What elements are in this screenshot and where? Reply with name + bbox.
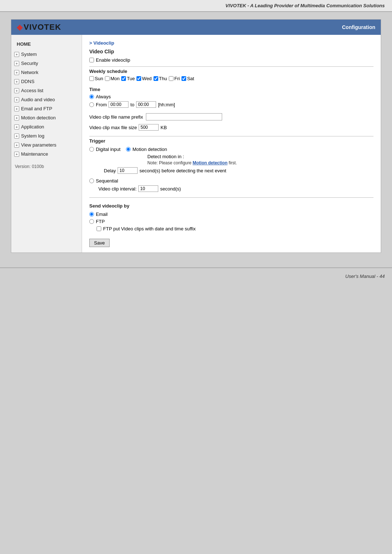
radio-motion-detection[interactable] xyxy=(126,147,131,152)
sidebar-item-audio-video[interactable]: + Audio and video xyxy=(11,95,82,104)
sequential-section: Sequential Video clip interval: second(s… xyxy=(89,178,373,192)
checkbox-wed[interactable] xyxy=(136,76,141,81)
sidebar-label-application: Application xyxy=(21,124,44,130)
label-mon: Mon xyxy=(110,76,119,81)
header-bar: ◆ VIVOTEK Configuration xyxy=(11,20,381,35)
version-text: Version: 0100b xyxy=(11,159,82,175)
sidebar-item-network[interactable]: + Network xyxy=(11,68,82,77)
checkbox-fri[interactable] xyxy=(169,76,173,81)
to-time-input[interactable] xyxy=(136,101,156,108)
sidebar-item-ddns[interactable]: + DDNS xyxy=(11,77,82,86)
ftp-date-suffix-checkbox[interactable] xyxy=(97,226,101,231)
expand-icon-motion-detection: + xyxy=(14,115,19,120)
send-email-row: Email xyxy=(89,212,373,217)
day-mon: Mon xyxy=(105,76,119,81)
sidebar-item-system-log[interactable]: + System log xyxy=(11,131,82,140)
sidebar-label-view-parameters: View parameters xyxy=(21,142,56,148)
detect-motion-block: Detect motion in : Note: Please configur… xyxy=(147,154,373,165)
day-sat: Sat xyxy=(181,76,194,81)
footer-bar: User's Manual - 44 xyxy=(0,267,392,284)
sidebar: HOME + System + Security + Network + DDN… xyxy=(11,35,82,253)
page-title: Video Clip xyxy=(89,49,373,54)
time-section: Time Always From to [hh:mm] xyxy=(89,87,373,108)
sidebar-label-system-log: System log xyxy=(21,133,44,139)
ftp-option-label: FTP put Video clips with date and time s… xyxy=(103,226,196,231)
sidebar-item-system[interactable]: + System xyxy=(11,50,82,59)
interval-unit: second(s) xyxy=(160,186,181,192)
trigger-title: Trigger xyxy=(89,138,373,144)
max-size-unit: KB xyxy=(160,125,167,130)
file-prefix-input[interactable] xyxy=(146,113,222,120)
enable-videoclip-row: Enable videoclip xyxy=(89,57,373,63)
save-button[interactable]: Save xyxy=(89,239,110,247)
sidebar-item-access-list[interactable]: + Access list xyxy=(11,86,82,95)
delay-input[interactable] xyxy=(118,167,138,174)
divider-3 xyxy=(89,197,373,198)
sidebar-label-security: Security xyxy=(21,61,38,66)
checkbox-sat[interactable] xyxy=(181,76,186,81)
logo-icon: ◆ xyxy=(17,22,23,32)
day-fri: Fri xyxy=(169,76,180,81)
delay-suffix: second(s) before detecting the next even… xyxy=(139,168,226,173)
radio-digital-input[interactable] xyxy=(89,147,94,152)
label-thu: Thu xyxy=(159,76,167,81)
label-fri: Fri xyxy=(174,76,180,81)
trigger-options-row: Digital input Motion detection xyxy=(89,147,373,152)
send-ftp-row: FTP xyxy=(89,219,373,224)
expand-icon-audio-video: + xyxy=(14,97,19,102)
from-to-row: From to [hh:mm] xyxy=(89,101,373,108)
sidebar-item-email-ftp[interactable]: + Email and FTP xyxy=(11,104,82,113)
checkbox-tue[interactable] xyxy=(121,76,126,81)
sidebar-label-ddns: DDNS xyxy=(21,79,34,84)
enable-videoclip-checkbox[interactable] xyxy=(89,58,94,62)
expand-icon-view-parameters: + xyxy=(14,143,19,148)
sidebar-item-maintenance[interactable]: + Maintenance xyxy=(11,149,82,159)
sequential-row: Sequential xyxy=(89,178,373,184)
sequential-label: Sequential xyxy=(96,178,118,184)
expand-icon-email-ftp: + xyxy=(14,106,19,111)
radio-ftp[interactable] xyxy=(89,219,94,224)
sidebar-item-application[interactable]: + Application xyxy=(11,122,82,131)
label-sat: Sat xyxy=(187,76,194,81)
checkbox-thu[interactable] xyxy=(154,76,158,81)
expand-icon-system-log: + xyxy=(14,134,19,139)
radio-from-to[interactable] xyxy=(89,102,94,107)
logo-area: ◆ VIVOTEK xyxy=(17,22,61,32)
sidebar-label-email-ftp: Email and FTP xyxy=(21,106,52,111)
checkbox-sun[interactable] xyxy=(89,76,94,81)
note-suffix: first. xyxy=(228,160,237,165)
checkbox-mon[interactable] xyxy=(105,76,110,81)
sidebar-item-motion-detection[interactable]: + Motion detection xyxy=(11,113,82,122)
motion-detection-link[interactable]: Motion detection xyxy=(193,160,228,165)
divider-1 xyxy=(89,66,373,67)
interval-input[interactable] xyxy=(138,185,158,192)
schedule-days: Sun Mon Tue Wed xyxy=(89,76,373,81)
radio-sequential[interactable] xyxy=(89,178,94,183)
max-size-input[interactable] xyxy=(139,124,159,131)
sidebar-home[interactable]: HOME xyxy=(11,38,82,50)
sidebar-label-audio-video: Audio and video xyxy=(21,97,55,102)
save-row: Save xyxy=(89,233,373,247)
expand-icon-access-list: + xyxy=(14,88,19,93)
weekly-schedule-title: Weekly schedule xyxy=(89,69,373,74)
day-thu: Thu xyxy=(154,76,167,81)
sidebar-item-view-parameters[interactable]: + View parameters xyxy=(11,140,82,149)
expand-icon-system: + xyxy=(14,52,19,57)
sidebar-item-security[interactable]: + Security xyxy=(11,59,82,68)
from-time-input[interactable] xyxy=(109,101,128,108)
day-wed: Wed xyxy=(136,76,152,81)
expand-icon-security: + xyxy=(14,61,19,66)
max-size-label: Video clip max file size xyxy=(89,125,137,130)
radio-always[interactable] xyxy=(89,94,94,99)
file-prefix-label: Video clip file name prefix xyxy=(89,114,143,120)
label-wed: Wed xyxy=(142,76,152,81)
from-label: From xyxy=(96,102,107,107)
digital-input-label: Digital input xyxy=(96,147,121,152)
logo-text: VIVOTEK xyxy=(24,22,61,32)
expand-icon-ddns: + xyxy=(14,79,19,84)
radio-email[interactable] xyxy=(89,212,94,217)
email-label: Email xyxy=(96,212,108,217)
time-title: Time xyxy=(89,87,373,92)
expand-icon-application: + xyxy=(14,124,19,130)
weekly-schedule-section: Weekly schedule Sun Mon Tue xyxy=(89,69,373,81)
